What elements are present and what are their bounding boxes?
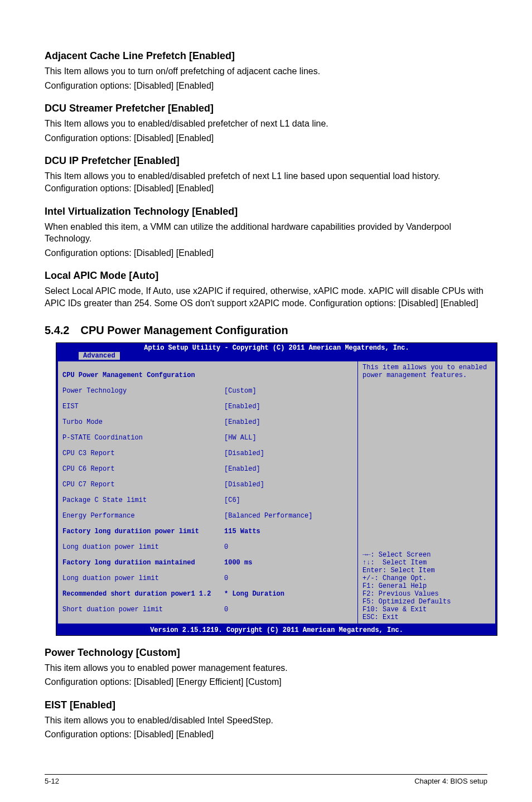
- bios-row: CPU C7 Report[Disabled]: [62, 481, 353, 489]
- bios-label: Long duation power limit: [62, 543, 224, 551]
- paragraph: Configuration options: [Disabled] [Enabl…: [45, 132, 487, 144]
- bios-value: [Custom]: [224, 387, 257, 395]
- paragraph: This Item allows you to turn on/off pref…: [45, 65, 487, 78]
- bios-row: Long duation power limit0: [62, 543, 353, 551]
- bios-value: [C6]: [224, 496, 240, 504]
- bios-row: P-STATE Coordination[HW ALL]: [62, 434, 353, 442]
- bios-row: Short duation power limit0: [62, 606, 353, 613]
- bios-footer: Version 2.15.1219. Copyright (C) 2011 Am…: [56, 625, 497, 635]
- bios-label: EIST: [62, 403, 224, 410]
- bios-label: CPU C6 Report: [62, 465, 224, 473]
- bios-value: 115 Watts: [224, 528, 260, 535]
- bios-label: P-STATE Coordination: [62, 434, 224, 442]
- bios-label: Recommended short duration power1 1.2: [62, 590, 224, 598]
- paragraph: When enabled this item, a VMM can utiliz…: [45, 221, 487, 245]
- page-footer: 5-12 Chapter 4: BIOS setup: [45, 774, 487, 785]
- paragraph: This Item allows you to enabled/disabled…: [45, 170, 487, 194]
- bios-tabs: Advanced: [56, 352, 497, 361]
- bios-label: Power Technology: [62, 387, 224, 395]
- bios-label: CPU C7 Report: [62, 481, 224, 489]
- bios-header: Aptio Setup Utility - Copyright (C) 2011…: [56, 343, 497, 352]
- heading-intel-vt: Intel Virtualization Technology [Enabled…: [45, 206, 487, 218]
- bios-row: Package C State limit[C6]: [62, 496, 353, 504]
- bios-label: Short duation power limit: [62, 606, 224, 613]
- bios-value: [Enabled]: [224, 403, 260, 410]
- bios-row: Energy Performance[Balanced Performance]: [62, 512, 353, 520]
- bios-value: [Balanced Performance]: [224, 512, 312, 520]
- bios-section-title: CPU Power Management Confguration: [62, 371, 195, 379]
- bios-label: Long duation power limit: [62, 574, 224, 582]
- bios-row: CPU C3 Report[Disabled]: [62, 450, 353, 457]
- bios-row: Factory long duratiion power limit115 Wa…: [62, 528, 353, 535]
- bios-row: Recommended short duration power1 1.2* L…: [62, 590, 353, 598]
- bios-label: Factory long duratiion power limit: [62, 528, 224, 535]
- bios-row: Long duation power limit0: [62, 574, 353, 582]
- heading-dcu-streamer: DCU Streamer Prefetcher [Enabled]: [45, 103, 487, 114]
- bios-right-panel: This item allows you to enabled power ma…: [358, 361, 496, 624]
- heading-cpu-power-mgmt: 5.4.2 CPU Power Management Configuration: [45, 324, 487, 337]
- bios-label: Energy Performance: [62, 512, 224, 520]
- heading-power-technology: Power Technology [Custom]: [45, 647, 487, 659]
- bios-row: CPU C6 Report[Enabled]: [62, 465, 353, 473]
- chapter-label: Chapter 4: BIOS setup: [414, 777, 487, 785]
- bios-label: Factory long duratiion maintained: [62, 559, 224, 567]
- bios-value: [Disabled]: [224, 450, 264, 457]
- bios-key-legend: →←: Select Screen ↑↓: Select Item Enter:…: [362, 551, 491, 621]
- paragraph: This item allows you to enabled power ma…: [45, 662, 487, 674]
- bios-value: [Enabled]: [224, 418, 260, 426]
- bios-help-text: This item allows you to enabled power ma…: [362, 364, 491, 379]
- paragraph: This Item allows you to enabled/disabled…: [45, 118, 487, 130]
- bios-body: CPU Power Management Confguration Power …: [57, 361, 496, 624]
- heading-eist: EIST [Enabled]: [45, 699, 487, 711]
- paragraph: Configuration options: [Disabled] [Enabl…: [45, 80, 487, 92]
- bios-value: 0: [224, 574, 228, 582]
- bios-tab-advanced: Advanced: [79, 352, 120, 360]
- bios-value: 0: [224, 543, 228, 551]
- bios-value: 0: [224, 606, 228, 613]
- page-content: Adjacent Cache Line Prefetch [Enabled] T…: [0, 0, 532, 796]
- page-number: 5-12: [45, 777, 59, 785]
- paragraph: Configuration options: [Disabled] [Enabl…: [45, 728, 487, 741]
- bios-value: 1000 ms: [224, 559, 252, 567]
- bios-label: CPU C3 Report: [62, 450, 224, 457]
- heading-dcu-ip: DCU IP Prefetcher [Enabled]: [45, 155, 487, 167]
- bios-row: EIST[Enabled]: [62, 403, 353, 410]
- bios-value: [HW ALL]: [224, 434, 257, 442]
- bios-value: * Long Duration: [224, 590, 284, 598]
- paragraph: Configuration options: [Disabled] [Enabl…: [45, 247, 487, 259]
- paragraph: This item allows you to enabled/disabled…: [45, 714, 487, 727]
- heading-local-apic: Local APIC Mode [Auto]: [45, 270, 487, 282]
- bios-value: [Enabled]: [224, 465, 260, 473]
- bios-left-panel: CPU Power Management Confguration Power …: [57, 361, 358, 624]
- heading-adjacent-cache: Adjacent Cache Line Prefetch [Enabled]: [45, 50, 487, 62]
- bios-label: Package C State limit: [62, 496, 224, 504]
- bios-screenshot: Aptio Setup Utility - Copyright (C) 2011…: [56, 342, 497, 636]
- bios-label: Turbo Mode: [62, 418, 224, 426]
- paragraph: Configuration options: [Disabled] [Energ…: [45, 676, 487, 688]
- paragraph: Select Local APIC mode, If Auto, use x2A…: [45, 285, 487, 309]
- bios-value: [Disabled]: [224, 481, 264, 489]
- bios-row: Power Technology[Custom]: [62, 387, 353, 395]
- bios-row: Turbo Mode[Enabled]: [62, 418, 353, 426]
- bios-row: Factory long duratiion maintained1000 ms: [62, 559, 353, 567]
